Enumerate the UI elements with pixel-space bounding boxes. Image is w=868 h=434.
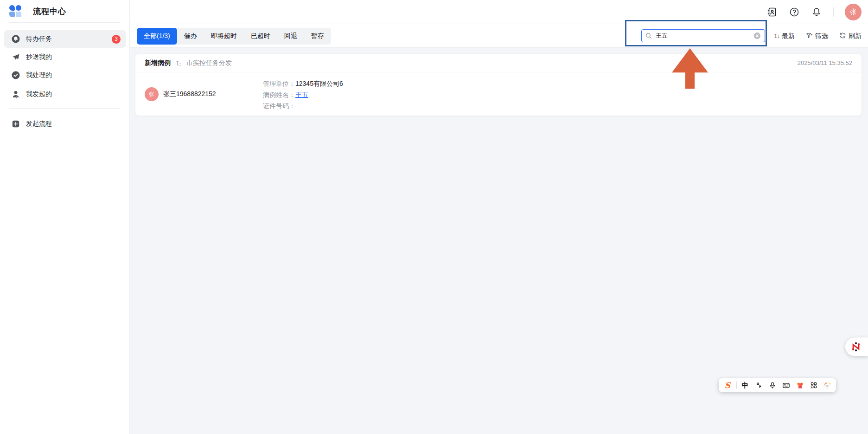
ime-toolbar: S 中 [719,378,836,392]
bell-circle-icon [11,34,20,44]
check-circle-icon [11,71,20,80]
sidebar-item-start-process[interactable]: 发起流程 [4,115,126,133]
sidebar-item-label: 我处理的 [26,71,121,79]
status-tab-group: 全部(1/3) 催办 即将超时 已超时 回退 暂存 [137,28,331,45]
app-logo-icon [9,5,21,17]
tab-timed-out[interactable]: 已超时 [244,28,277,45]
task-title: 新增病例 [145,59,171,67]
tab-urge[interactable]: 催办 [177,28,204,45]
header-divider [833,7,834,17]
sidebar: 流程中心 待办任务 3 抄送我的 我处理的 我发起的 [0,0,130,434]
task-card-header: 新增病例 市疾控任务分发 2025/03/11 15:35:52 [135,54,862,72]
sogou-logo-icon[interactable]: S [722,380,733,390]
field-label: 证件号码： [263,100,295,111]
assignee-row: 张 张三19688822152 [145,87,216,101]
sidebar-item-label: 待办任务 [26,35,112,43]
search-input[interactable] [655,32,751,40]
tab-returned[interactable]: 回退 [277,28,304,45]
sidebar-item-label: 发起流程 [26,120,121,128]
sidebar-item-label: 抄送我的 [26,53,121,61]
flow-branch-icon [175,60,182,66]
task-list-area: 新增病例 市疾控任务分发 2025/03/11 15:35:52 张 张三196… [130,48,868,434]
task-fields: 管理单位： 12345有限公司6 病例姓名： 王五 证件号码： [263,78,343,111]
ime-toolbox-grid-icon[interactable] [809,380,819,390]
app-title: 流程中心 [33,6,66,17]
process-center-app: 流程中心 待办任务 3 抄送我的 我处理的 我发起的 [0,0,868,434]
search-icon [645,32,652,39]
sidebar-divider [9,108,120,109]
list-controls: 1↓ 最新 筛选 刷新 [774,24,862,48]
ime-chinese-mode-button[interactable]: 中 [740,380,750,390]
plus-square-icon [11,119,20,129]
assignee-avatar: 张 [145,87,159,101]
filter-label: 筛选 [815,32,828,40]
case-name-link[interactable]: 王五 [295,89,308,100]
filter-funnel-icon [806,32,813,40]
tab-all[interactable]: 全部(1/3) [137,28,177,45]
header-icons: 张 [766,0,862,24]
paper-plane-icon [11,52,20,62]
ime-skin-icon[interactable] [795,380,805,390]
field-id-number: 证件号码： [263,100,343,111]
ime-microphone-icon[interactable] [767,380,778,390]
todo-count-badge: 3 [112,35,121,44]
main-area: 张 全部(1/3) 催办 即将超时 已超时 回退 暂存 1↓ 最新 [130,0,868,434]
user-avatar[interactable]: 张 [845,4,862,20]
search-box [641,29,765,42]
sidebar-item-label: 我发起的 [26,90,121,98]
notification-bell-icon[interactable] [811,6,822,18]
field-label: 管理单位： [263,78,295,89]
task-timestamp: 2025/03/11 15:35:52 [798,59,852,66]
app-logo-row: 流程中心 [9,0,66,22]
sidebar-item-handled-by-me[interactable]: 我处理的 [4,66,126,84]
refresh-label: 刷新 [849,32,862,40]
assignee-name: 张三19688822152 [163,90,216,98]
field-managing-unit: 管理单位： 12345有限公司6 [263,78,343,89]
top-header: 张 [130,0,868,24]
clear-search-icon[interactable] [753,32,761,39]
tab-draft[interactable]: 暂存 [304,28,331,45]
tab-about-to-timeout[interactable]: 即将超时 [204,28,244,45]
ime-punctuation-icon[interactable] [754,380,764,390]
floating-network-button[interactable] [845,337,868,356]
help-icon[interactable] [789,6,800,18]
field-value: 12345有限公司6 [295,78,343,89]
task-card[interactable]: 新增病例 市疾控任务分发 2025/03/11 15:35:52 张 张三196… [135,54,862,116]
sidebar-divider [9,22,120,23]
contacts-icon[interactable] [766,6,778,18]
sort-icon: 1↓ [774,32,779,39]
field-label: 病例姓名： [263,89,295,100]
sidebar-item-initiated-by-me[interactable]: 我发起的 [4,85,126,103]
sidebar-item-todo-tasks[interactable]: 待办任务 3 [4,30,126,48]
sidebar-item-cc-to-me[interactable]: 抄送我的 [4,48,126,66]
field-case-name: 病例姓名： 王五 [263,89,343,100]
refresh-button[interactable]: 刷新 [839,32,862,40]
logo-divider [27,7,27,15]
sort-latest-button[interactable]: 1↓ 最新 [774,32,795,40]
ime-divider [736,382,737,389]
flow-name: 市疾控任务分发 [186,59,232,67]
ime-keyboard-icon[interactable] [781,380,791,390]
ime-ai-assistant-icon[interactable] [822,380,832,390]
sort-label: 最新 [782,32,795,40]
network-logo-icon [850,341,862,353]
refresh-icon [839,32,846,40]
user-icon [11,90,20,99]
filter-button[interactable]: 筛选 [806,32,828,40]
